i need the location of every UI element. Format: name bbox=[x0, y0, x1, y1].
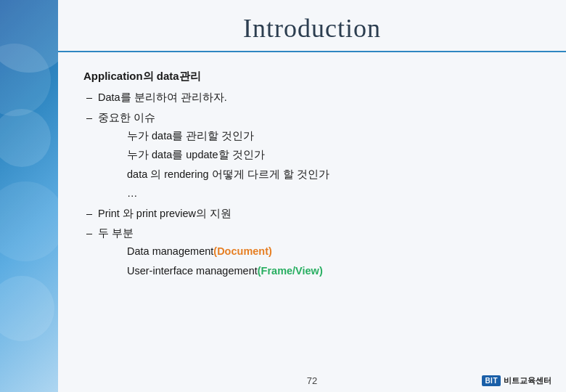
bullet-item-1-text: Data를 분리하여 관리하자. bbox=[98, 91, 227, 103]
logo-text: 비트교육센터 bbox=[504, 375, 551, 386]
main-content: Introduction Application의 data관리 Data를 분… bbox=[58, 0, 566, 392]
bullet-item-4-text: 두 부분 bbox=[98, 227, 134, 239]
bullet-item-2-text: 중요한 이슈 bbox=[98, 112, 155, 123]
slide-footer: 72 BIT 비트교육센터 bbox=[58, 369, 566, 392]
sub-item-2-4-text: … bbox=[127, 187, 138, 199]
slide: Introduction Application의 data관리 Data를 분… bbox=[0, 0, 566, 392]
bullet-item-3-text: Print 와 print preview의 지원 bbox=[98, 208, 231, 219]
bullet-item-1: Data를 분리하여 관리하자. bbox=[83, 89, 541, 107]
sub-item-2-3: data 의 rendering 어떻게 다르게 할 것인가 bbox=[127, 166, 541, 184]
page-number: 72 bbox=[80, 375, 544, 386]
sub-item-4-2: User-interface management(Frame/View) bbox=[127, 262, 541, 280]
sub-item-2-1: 누가 data를 관리할 것인가 bbox=[127, 127, 541, 145]
sub-item-2-1-text: 누가 data를 관리할 것인가 bbox=[127, 130, 254, 142]
bullet-item-3: Print 와 print preview의 지원 bbox=[83, 205, 541, 223]
slide-header: Introduction bbox=[58, 0, 566, 52]
section-title: Application의 data관리 bbox=[83, 67, 541, 86]
slide-title: Introduction bbox=[80, 13, 544, 44]
sub-item-4-1: Data management(Document) bbox=[127, 242, 541, 261]
sub-item-2-4: … bbox=[127, 184, 541, 203]
sub-item-4-2-plain: User-interface management bbox=[127, 265, 258, 277]
deco-circle-1 bbox=[0, 109, 51, 167]
sub-item-4-2-highlight: (Frame/View) bbox=[258, 265, 323, 277]
sub-item-4-1-plain: Data management bbox=[127, 245, 213, 257]
slide-body: Application의 data관리 Data를 분리하여 관리하자. 중요한… bbox=[58, 52, 566, 369]
deco-circle-2 bbox=[0, 181, 58, 261]
logo-area: BIT 비트교육센터 bbox=[482, 375, 551, 386]
sub-item-2-3-text: data 의 rendering 어떻게 다르게 할 것인가 bbox=[127, 168, 329, 180]
sub-item-2-2-text: 누가 data를 update할 것인가 bbox=[127, 149, 265, 160]
sub-item-4-1-highlight: (Document) bbox=[213, 245, 272, 257]
logo-box: BIT bbox=[482, 375, 501, 386]
bullet-item-2: 중요한 이슈 누가 data를 관리할 것인가 누가 data를 update할… bbox=[83, 109, 541, 203]
sub-list-2: 누가 data를 관리할 것인가 누가 data를 update할 것인가 da… bbox=[98, 127, 541, 203]
main-bullet-list: Data를 분리하여 관리하자. 중요한 이슈 누가 data를 관리할 것인가… bbox=[83, 89, 541, 280]
left-decoration bbox=[0, 0, 58, 392]
deco-circle-3 bbox=[0, 276, 54, 341]
sub-item-2-2: 누가 data를 update할 것인가 bbox=[127, 146, 541, 164]
sub-list-4: Data management(Document) User-interface… bbox=[98, 242, 541, 280]
bullet-item-4: 두 부분 Data management(Document) User-inte… bbox=[83, 224, 541, 280]
